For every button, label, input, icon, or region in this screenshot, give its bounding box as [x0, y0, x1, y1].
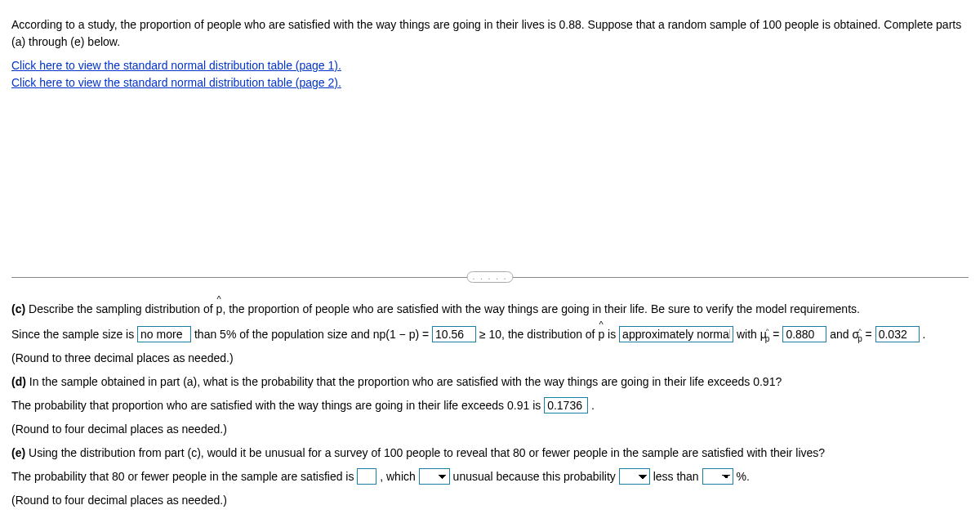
part-c-round-note: (Round to three decimal places as needed…: [11, 350, 969, 367]
part-e-round-note: (Round to four decimal places as needed.…: [11, 492, 969, 509]
select-is-isnot-2[interactable]: [619, 468, 650, 485]
part-d-prompt: (d) In the sample obtained in part (a), …: [11, 373, 969, 391]
select-distribution-shape[interactable]: [619, 326, 733, 342]
select-threshold[interactable]: [702, 468, 733, 485]
link-ztable-page1[interactable]: Click here to view the standard normal d…: [11, 59, 341, 72]
part-c-prompt: (c) Describe the sampling distribution o…: [11, 299, 969, 318]
part-e-label: (e): [11, 446, 25, 459]
period-d: .: [591, 399, 595, 412]
section-divider: . . . . .: [11, 271, 969, 283]
part-c-text-1: Describe the sampling distribution of: [29, 302, 216, 315]
eq2: =: [862, 328, 875, 341]
select-sample-fraction[interactable]: [137, 326, 191, 342]
subscript-phat-sigma: p: [858, 331, 862, 345]
text-mid4: with μ: [737, 328, 767, 341]
part-e-after-sel1: unusual because this probability: [453, 470, 619, 483]
part-d-label: (d): [11, 375, 26, 388]
part-c-label: (c): [11, 302, 25, 315]
period-c: .: [923, 328, 926, 341]
text-mid2: ≥ 10, the distribution of: [479, 328, 598, 341]
part-e-before: The probability that 80 or fewer people …: [11, 470, 357, 483]
input-prob-e[interactable]: [357, 468, 376, 485]
part-c-answer-line: Since the sample size is than 5% of the …: [11, 324, 969, 343]
subscript-phat-mu: p: [765, 331, 770, 345]
text-mid1: than 5% of the population size and np(1 …: [194, 328, 432, 341]
text-mid3: is: [604, 328, 619, 341]
select-is-isnot[interactable]: [419, 468, 450, 485]
problem-statement: According to a study, the proportion of …: [11, 16, 969, 51]
part-e-after-sel3: %.: [736, 470, 749, 483]
part-e-after-input: , which: [380, 470, 418, 483]
divider-handle-icon[interactable]: . . . . .: [466, 271, 513, 283]
part-e-after-sel2: less than: [653, 470, 702, 483]
input-mu[interactable]: [782, 326, 826, 342]
part-d-round-note: (Round to four decimal places as needed.…: [11, 421, 969, 438]
input-prob-d[interactable]: [544, 397, 588, 413]
p-hat-symbol-2: p: [598, 324, 604, 343]
text-mid5: and σ: [830, 328, 859, 341]
eq1: =: [769, 328, 782, 341]
part-e-prompt: (e) Using the distribution from part (c)…: [11, 445, 969, 462]
part-d-before: The probability that proportion who are …: [11, 399, 544, 412]
link-ztable-page2[interactable]: Click here to view the standard normal d…: [11, 76, 341, 89]
p-hat-symbol: p: [216, 299, 223, 318]
text-before-select1: Since the sample size is: [11, 328, 137, 341]
part-e-answer-line: The probability that 80 or fewer people …: [11, 468, 969, 485]
part-d-text: In the sample obtained in part (a), what…: [29, 375, 782, 388]
input-np1p[interactable]: [432, 326, 476, 342]
part-d-answer-line: The probability that proportion who are …: [11, 397, 969, 414]
input-sigma[interactable]: [875, 326, 920, 342]
part-e-text: Using the distribution from part (c), wo…: [29, 446, 825, 459]
part-c-text-2: , the proportion of people who are satis…: [222, 302, 860, 315]
